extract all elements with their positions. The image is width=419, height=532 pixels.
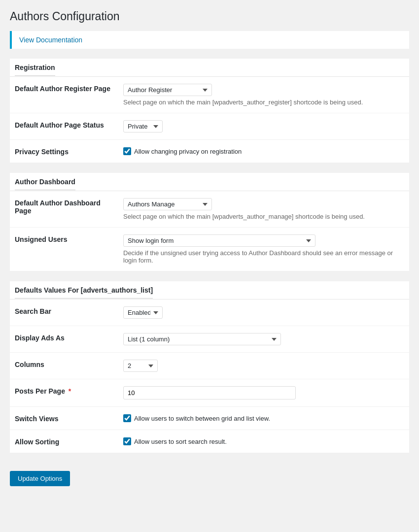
field-label-privacy_settings: Privacy Settings <box>10 140 118 163</box>
select-default_author_dashboard_page[interactable]: Authors Manage <box>123 198 212 210</box>
field-row-default_author_dashboard_page: Default Author Dashboard PageAuthors Man… <box>10 191 409 228</box>
field-row-allow_sorting: Allow SortingAllow users to sort search … <box>10 430 409 453</box>
checkbox-text-switch_views: Allow users to switch between grid and l… <box>134 415 270 422</box>
select-unsigned_users[interactable]: Show login formShow error message <box>123 234 315 247</box>
field-row-unsigned_users: Unsigned UsersShow login formShow error … <box>10 228 409 271</box>
checkbox-label-privacy_settings[interactable]: Allow changing privacy on registration <box>123 147 404 155</box>
checkbox-allow_sorting[interactable] <box>123 437 131 445</box>
field-value-search_bar: EnabledDisabled <box>118 299 409 326</box>
view-documentation-link[interactable]: View Documentation <box>19 36 82 44</box>
field-row-default_author_register_page: Default Author Register PageAuthor Regis… <box>10 77 409 113</box>
select-search_bar[interactable]: EnabledDisabled <box>123 306 163 319</box>
update-options-button[interactable]: Update Options <box>10 471 70 486</box>
field-value-switch_views: Allow users to switch between grid and l… <box>118 407 409 430</box>
field-desc-default_author_register_page: Select page on which the main [wpadverts… <box>123 99 404 106</box>
field-label-display_ads_as: Display Ads As <box>10 326 118 353</box>
field-value-allow_sorting: Allow users to sort search result. <box>118 430 409 453</box>
field-value-columns: 1234 <box>118 353 409 379</box>
field-label-allow_sorting: Allow Sorting <box>10 430 118 453</box>
field-label-default_author_register_page: Default Author Register Page <box>10 77 118 113</box>
documentation-notice: View Documentation <box>10 31 409 49</box>
field-value-posts_per_page <box>118 379 409 407</box>
input-posts_per_page[interactable] <box>123 386 296 399</box>
section-author_dashboard: Author DashboardDefault Author Dashboard… <box>10 173 409 271</box>
field-value-privacy_settings: Allow changing privacy on registration <box>118 140 409 163</box>
field-row-switch_views: Switch ViewsAllow users to switch betwee… <box>10 407 409 430</box>
checkbox-switch_views[interactable] <box>123 414 131 422</box>
field-row-columns: Columns1234 <box>10 353 409 379</box>
select-columns[interactable]: 1234 <box>123 360 158 372</box>
field-value-unsigned_users: Show login formShow error messageDecide … <box>118 228 409 271</box>
checkbox-text-allow_sorting: Allow users to sort search result. <box>134 438 227 445</box>
required-star-posts_per_page: * <box>67 387 71 395</box>
section-defaults_authors_list: Defaults Values For [adverts_authors_lis… <box>10 281 409 453</box>
section-title-author_dashboard: Author Dashboard <box>15 174 75 190</box>
field-desc-default_author_dashboard_page: Select page on which the main [wpadverts… <box>123 213 404 220</box>
field-label-columns: Columns <box>10 353 118 379</box>
checkbox-text-privacy_settings: Allow changing privacy on registration <box>134 148 242 155</box>
select-default_author_page_status[interactable]: PrivatePublic <box>123 120 163 133</box>
checkbox-label-allow_sorting[interactable]: Allow users to sort search result. <box>123 437 404 445</box>
field-label-search_bar: Search Bar <box>10 299 118 326</box>
field-value-default_author_register_page: Author RegisterSelect page on which the … <box>118 77 409 113</box>
field-row-default_author_page_status: Default Author Page StatusPrivatePublic <box>10 113 409 140</box>
field-label-default_author_page_status: Default Author Page Status <box>10 113 118 140</box>
select-default_author_register_page[interactable]: Author Register <box>123 84 212 96</box>
checkbox-label-switch_views[interactable]: Allow users to switch between grid and l… <box>123 414 404 422</box>
field-label-switch_views: Switch Views <box>10 407 118 430</box>
field-row-privacy_settings: Privacy SettingsAllow changing privacy o… <box>10 140 409 163</box>
section-registration: RegistrationDefault Author Register Page… <box>10 59 409 163</box>
section-title-registration: Registration <box>15 60 55 76</box>
field-label-unsigned_users: Unsigned Users <box>10 228 118 271</box>
field-value-default_author_dashboard_page: Authors ManageSelect page on which the m… <box>118 191 409 228</box>
checkbox-privacy_settings[interactable] <box>123 147 131 155</box>
field-desc-unsigned_users: Decide if the unsigned user trying acces… <box>123 249 404 264</box>
field-row-search_bar: Search BarEnabledDisabled <box>10 299 409 326</box>
field-row-posts_per_page: Posts Per Page * <box>10 379 409 407</box>
field-label-posts_per_page: Posts Per Page * <box>10 379 118 407</box>
field-value-default_author_page_status: PrivatePublic <box>118 113 409 140</box>
section-title-defaults_authors_list: Defaults Values For [adverts_authors_lis… <box>15 282 153 299</box>
page-title: Authors Configuration <box>10 5 409 28</box>
field-row-display_ads_as: Display Ads AsList (1 column)Grid (2 col… <box>10 326 409 353</box>
select-display_ads_as[interactable]: List (1 column)Grid (2 columns)Grid (3 c… <box>123 333 281 345</box>
field-label-default_author_dashboard_page: Default Author Dashboard Page <box>10 191 118 228</box>
field-value-display_ads_as: List (1 column)Grid (2 columns)Grid (3 c… <box>118 326 409 353</box>
